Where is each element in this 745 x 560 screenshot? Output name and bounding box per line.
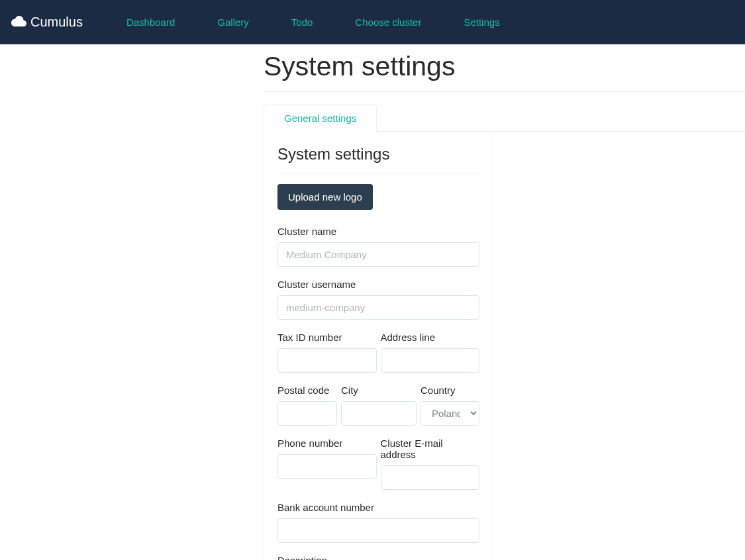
input-postal-code[interactable] <box>277 401 337 426</box>
navbar: Cumulus Dashboard Gallery Todo Choose cl… <box>0 0 745 44</box>
input-bank-account[interactable] <box>277 518 479 543</box>
panel-title: System settings <box>277 145 479 163</box>
nav-choose-cluster[interactable]: Choose cluster <box>334 10 442 34</box>
main-content: System settings General settings System … <box>264 44 745 560</box>
input-phone[interactable] <box>277 454 377 479</box>
label-address-line: Address line <box>381 332 480 343</box>
panel-divider <box>277 173 479 173</box>
input-cluster-name[interactable] <box>277 242 479 267</box>
field-bank-account: Bank account number <box>277 502 479 543</box>
row-tax-address: Tax ID number Address line <box>277 332 479 373</box>
tabs: General settings <box>264 104 745 132</box>
settings-panel: System settings Upload new logo Cluster … <box>264 132 493 560</box>
input-tax-id[interactable] <box>277 348 377 373</box>
cloud-icon <box>11 15 30 30</box>
label-city: City <box>341 385 417 396</box>
label-email: Cluster E-mail address <box>381 438 480 460</box>
input-city[interactable] <box>341 401 417 426</box>
label-cluster-name: Cluster name <box>277 226 479 237</box>
label-bank-account: Bank account number <box>277 502 479 513</box>
brand[interactable]: Cumulus <box>11 15 83 30</box>
field-cluster-username: Cluster username <box>277 279 479 320</box>
label-description: Description <box>277 555 479 560</box>
nav-todo[interactable]: Todo <box>270 10 334 34</box>
tab-general-settings[interactable]: General settings <box>264 105 377 132</box>
upload-logo-button[interactable]: Upload new logo <box>277 184 373 210</box>
label-cluster-username: Cluster username <box>277 279 479 290</box>
select-country[interactable]: Poland <box>421 401 479 426</box>
field-description: Description <box>277 555 479 560</box>
nav-gallery[interactable]: Gallery <box>196 10 270 34</box>
field-cluster-name: Cluster name <box>277 226 479 267</box>
row-postal-city-country: Postal code City Country Poland <box>277 385 479 426</box>
input-email[interactable] <box>381 465 480 490</box>
nav-links: Dashboard Gallery Todo Choose cluster Se… <box>105 10 521 34</box>
row-phone-email: Phone number Cluster E-mail address <box>277 438 479 490</box>
nav-dashboard[interactable]: Dashboard <box>105 10 196 34</box>
label-postal-code: Postal code <box>277 385 337 396</box>
label-country: Country <box>421 385 479 396</box>
divider <box>264 91 745 92</box>
page-title: System settings <box>264 51 745 82</box>
brand-name: Cumulus <box>30 15 83 30</box>
input-cluster-username[interactable] <box>277 295 479 320</box>
label-tax-id: Tax ID number <box>277 332 377 343</box>
nav-settings[interactable]: Settings <box>442 10 521 34</box>
input-address-line[interactable] <box>381 348 480 373</box>
label-phone: Phone number <box>277 438 377 449</box>
